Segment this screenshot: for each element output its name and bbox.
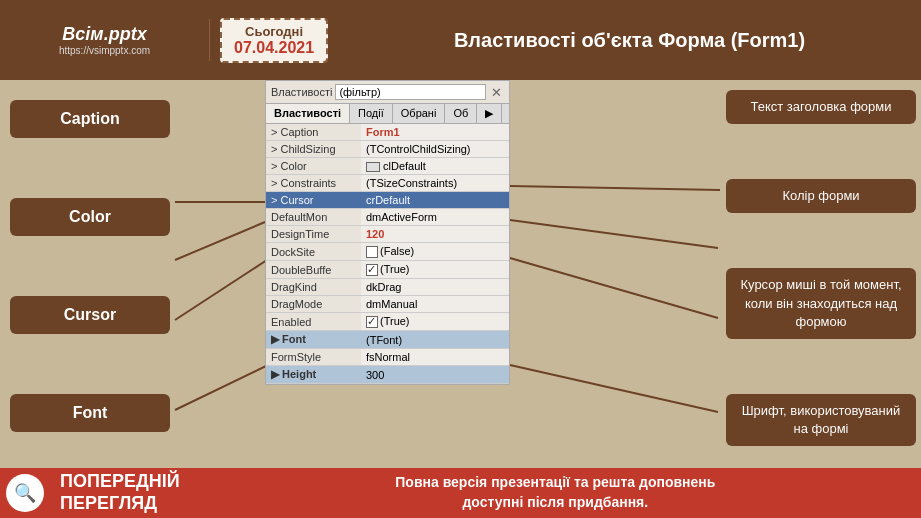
prop-name: DefaultMon [266,209,361,226]
cursor-desc-box: Курсор миші в той момент, коли він знахо… [726,268,916,339]
prop-name: DoubleBuffe [266,261,361,279]
svg-line-6 [510,258,718,318]
tab-events[interactable]: Події [350,104,393,123]
prop-value: dkDrag [361,279,509,296]
table-row[interactable]: > ChildSizing (TControlChildSizing) [266,141,509,158]
prop-value: fsNormal [361,349,509,366]
svg-line-3 [175,222,265,260]
prop-name: Enabled [266,313,361,331]
footer-text-left: ПОПЕРЕДНІЙ ПЕРЕГЛЯД [50,471,190,514]
prop-name: ▶ Font [266,331,361,349]
header-date-value: 07.04.2021 [234,39,314,57]
main-area: Caption Color Cursor Font Властивості ✕ … [0,80,921,468]
table-row[interactable]: > Constraints (TSizeConstraints) [266,175,509,192]
table-row[interactable]: Enabled (True) [266,313,509,331]
font-desc-box: Шрифт, використовуваний на формі [726,394,916,446]
prop-value: 120 [361,226,509,243]
header-bar: Всім.pptx https://vsimpptx.com Сьогодні … [0,0,921,80]
header-title: Властивості об'єкта Форма (Form1) [338,29,921,52]
tab-arrow[interactable]: ▶ [477,104,502,123]
prop-name: FormStyle [266,349,361,366]
prop-value: dmActiveForm [361,209,509,226]
footer-icon-area: 🔍 [0,468,50,518]
prop-value: Form1 [361,124,509,141]
caption-label-btn[interactable]: Caption [10,100,170,138]
tab-favorites[interactable]: Обрані [393,104,446,123]
right-descs: Текст заголовка форми Колір форми Курсор… [721,85,921,451]
prop-value: (TFont) [361,331,509,349]
props-close-btn[interactable]: ✕ [489,85,504,100]
header-date-box: Сьогодні 07.04.2021 [220,18,328,63]
props-table: > Caption Form1 > ChildSizing (TControlC… [266,124,509,384]
props-filter-input[interactable] [335,84,486,100]
svg-line-2 [510,186,720,190]
prop-value: (TControlChildSizing) [361,141,509,158]
font-label-btn[interactable]: Font [10,394,170,432]
preview-icon: 🔍 [6,474,44,512]
table-row[interactable]: DefaultMon dmActiveForm [266,209,509,226]
color-label-btn[interactable]: Color [10,198,170,236]
color-desc-box: Колір форми [726,179,916,213]
prop-name: > ChildSizing [266,141,361,158]
prop-name: > Caption [266,124,361,141]
footer-text-center: Повна версія презентації та решта доповн… [190,473,921,512]
footer-line1: ПОПЕРЕДНІЙ [60,471,180,493]
prop-value: (False) [361,243,509,261]
prop-value: 300 [361,366,509,384]
prop-name: > Cursor [266,192,361,209]
table-row[interactable]: > Color clDefault [266,158,509,175]
properties-panel: Властивості ✕ Властивості Події Обрані О… [265,80,510,385]
header-date-label: Сьогодні [234,24,314,39]
svg-line-5 [175,258,270,320]
svg-line-7 [175,365,268,410]
table-row[interactable]: DoubleBuffe (True) [266,261,509,279]
svg-line-8 [510,365,718,412]
table-row[interactable]: ▶ Height 300 [266,366,509,384]
header-logo: Всім.pptx https://vsimpptx.com [0,19,210,61]
prop-name: DesignTime [266,226,361,243]
prop-name: > Constraints [266,175,361,192]
prop-name: DragMode [266,296,361,313]
prop-value: (TSizeConstraints) [361,175,509,192]
left-labels: Caption Color Cursor Font [0,90,180,442]
prop-name: DockSite [266,243,361,261]
table-row[interactable]: DragKind dkDrag [266,279,509,296]
footer-bar: 🔍 ПОПЕРЕДНІЙ ПЕРЕГЛЯД Повна версія презе… [0,468,921,518]
tab-ob[interactable]: Об [445,104,477,123]
logo-title: Всім.pptx [62,24,146,45]
tab-properties[interactable]: Властивості [266,104,350,123]
prop-value: dmManual [361,296,509,313]
props-filter-bar: Властивості ✕ [266,81,509,104]
props-tabs: Властивості Події Обрані Об ▶ [266,104,509,124]
table-row[interactable]: DockSite (False) [266,243,509,261]
cursor-label-btn[interactable]: Cursor [10,296,170,334]
prop-name: > Color [266,158,361,175]
table-row-cursor[interactable]: > Cursor crDefault [266,192,509,209]
table-row[interactable]: DesignTime 120 [266,226,509,243]
prop-value: (True) [361,313,509,331]
prop-name: DragKind [266,279,361,296]
prop-value: clDefault [361,158,509,175]
table-row[interactable]: DragMode dmManual [266,296,509,313]
footer-line2: ПЕРЕГЛЯД [60,493,180,515]
prop-name: ▶ Height [266,366,361,384]
svg-line-4 [510,220,718,248]
table-row[interactable]: > Caption Form1 [266,124,509,141]
prop-value: (True) [361,261,509,279]
props-filter-label: Властивості [271,86,332,98]
prop-value: crDefault [361,192,509,209]
caption-desc-box: Текст заголовка форми [726,90,916,124]
table-row-font[interactable]: ▶ Font (TFont) [266,331,509,349]
logo-url: https://vsimpptx.com [59,45,150,56]
table-row[interactable]: FormStyle fsNormal [266,349,509,366]
